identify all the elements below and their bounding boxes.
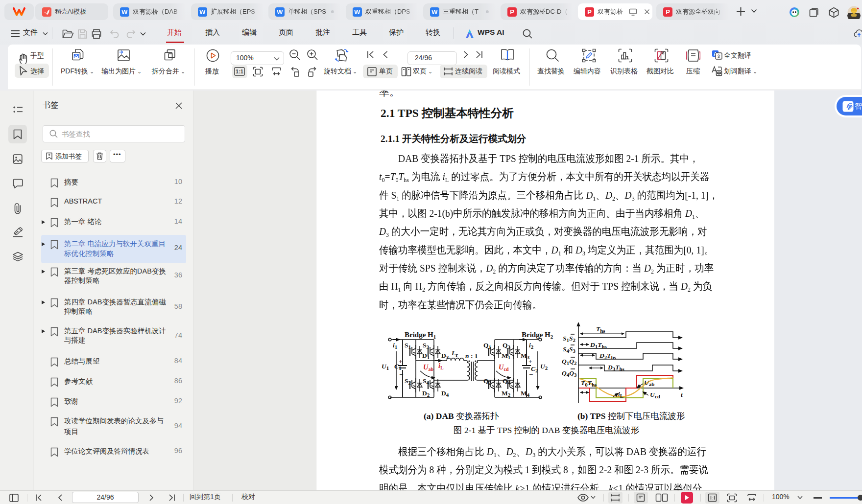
svg-text:S3: S3	[423, 342, 430, 350]
svg-text:S1: S1	[405, 342, 411, 350]
svg-text:M4: M4	[521, 389, 530, 398]
svg-text:M3: M3	[521, 352, 530, 360]
svg-text:(a) DAB 变换器拓扑: (a) DAB 变换器拓扑	[424, 411, 499, 421]
svg-text:S1S2: S1S2	[563, 335, 576, 343]
svg-text:S4S3: S4S3	[563, 345, 576, 354]
svg-text:n : 1: n : 1	[465, 352, 478, 360]
svg-text:Ucd: Ucd	[499, 363, 509, 372]
svg-text:Q2: Q2	[483, 377, 492, 386]
svg-text:1:1: 1:1	[236, 69, 243, 74]
svg-text:iL: iL	[618, 390, 623, 399]
svg-text:图 2-1 基于 TPS 控制的 DAB 变换器电压电流波: 图 2-1 基于 TPS 控制的 DAB 变换器电压电流波形	[454, 425, 640, 435]
svg-text:M1: M1	[502, 352, 510, 360]
svg-text:U2: U2	[540, 363, 548, 371]
svg-text:−: −	[399, 370, 404, 378]
svg-text:+: +	[399, 358, 402, 365]
svg-text:iL: iL	[438, 362, 444, 370]
svg-text:Ths: Ths	[596, 325, 605, 334]
svg-text:U1: U1	[382, 363, 389, 371]
svg-text:D1Ths: D1Ths	[590, 341, 607, 349]
svg-text:D2: D2	[422, 389, 430, 398]
svg-text:T0Ths: T0Ths	[581, 379, 597, 388]
svg-text:文: 文	[717, 53, 721, 59]
svg-text:Q1: Q1	[483, 342, 491, 350]
svg-text:t: t	[681, 391, 683, 398]
svg-text:D3: D3	[441, 352, 449, 360]
svg-text:S4: S4	[423, 377, 430, 386]
svg-text:Lr: Lr	[451, 349, 458, 358]
svg-text:(b) TPS 控制下电压电流波形: (b) TPS 控制下电压电流波形	[577, 411, 685, 421]
svg-text:D3Ths: D3Ths	[607, 364, 625, 372]
svg-text:C2: C2	[531, 365, 538, 373]
svg-text:Ucd: Ucd	[650, 391, 660, 399]
svg-text:D4: D4	[441, 389, 449, 398]
svg-text:i2: i2	[529, 342, 534, 350]
svg-text:Q4: Q4	[503, 377, 511, 386]
svg-text:M2: M2	[502, 389, 511, 398]
svg-text:i1: i1	[393, 342, 397, 350]
svg-text:Q1Q2: Q1Q2	[562, 358, 577, 366]
svg-text:D2Ths: D2Ths	[599, 352, 617, 360]
svg-text:Uab: Uab	[423, 363, 433, 372]
svg-text:Bridge H1: Bridge H1	[405, 331, 436, 340]
svg-text:S2: S2	[405, 377, 411, 386]
svg-text:Q3: Q3	[503, 342, 511, 350]
svg-text:Q4Q3: Q4Q3	[562, 369, 577, 378]
svg-text:Bridge H2: Bridge H2	[522, 331, 553, 340]
